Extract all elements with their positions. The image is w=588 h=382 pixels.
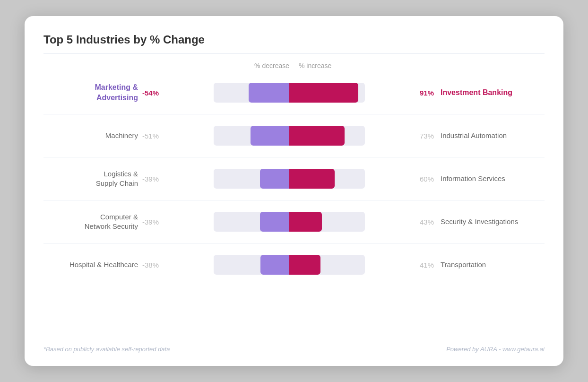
bars-section	[163, 212, 416, 232]
footer: *Based on publicly available self-report…	[43, 344, 545, 353]
table-row: Computer &Network Security -39% 43% Secu…	[43, 200, 545, 243]
decrease-bar-fill	[260, 169, 289, 189]
bars-section	[163, 255, 416, 275]
bars-section	[163, 126, 416, 146]
decrease-bar-bg	[214, 83, 289, 103]
increase-bar-fill	[289, 83, 358, 103]
right-pct-value: 60%	[416, 175, 441, 183]
increase-header: % increase	[294, 62, 545, 69]
right-industry-label: Security & Investigations	[441, 217, 545, 226]
decrease-bar-bg	[214, 212, 289, 232]
left-industry-label: Marketing &Advertising	[43, 82, 138, 103]
right-pct-value: 43%	[416, 218, 441, 226]
right-industry-label: Transportation	[441, 260, 545, 269]
decrease-bar-fill	[251, 126, 289, 146]
table-row: Logistics &Supply Chain -39% 60% Informa…	[43, 157, 545, 200]
left-industry-label: Hospital & Healthcare	[43, 260, 138, 269]
right-pct-value: 91%	[416, 89, 441, 97]
decrease-bar-bg	[214, 169, 289, 189]
bars-section	[163, 169, 416, 189]
increase-bar-bg	[289, 212, 365, 232]
data-rows-container: Marketing &Advertising -54% 91% Investme…	[43, 71, 545, 335]
left-industry-label: Logistics &Supply Chain	[43, 169, 138, 189]
bars-section	[163, 83, 416, 103]
right-industry-label: Information Services	[441, 174, 545, 183]
page-title: Top 5 Industries by % Change	[43, 33, 545, 46]
column-headers: % decrease % increase	[43, 62, 545, 69]
main-card: Top 5 Industries by % Change % decrease …	[25, 16, 563, 366]
left-pct-value: -39%	[138, 218, 163, 226]
left-industry-label: Computer &Network Security	[43, 212, 138, 232]
increase-bar-fill	[289, 169, 335, 189]
increase-bar-bg	[289, 169, 365, 189]
decrease-bar-fill	[249, 83, 289, 103]
increase-bar-bg	[289, 126, 365, 146]
table-row: Hospital & Healthcare -38% 41% Transport…	[43, 243, 545, 286]
increase-bar-bg	[289, 255, 365, 275]
footer-link[interactable]: www.getaura.ai	[502, 346, 545, 353]
left-pct-value: -51%	[138, 132, 163, 140]
left-pct-value: -54%	[138, 89, 163, 97]
table-row: Machinery -51% 73% Industrial Automation	[43, 114, 545, 157]
increase-bar-fill	[289, 126, 345, 146]
top-divider	[43, 53, 545, 53]
left-industry-label: Machinery	[43, 131, 138, 140]
decrease-bar-bg	[214, 255, 289, 275]
right-industry-label: Investment Banking	[441, 87, 545, 98]
table-row: Marketing &Advertising -54% 91% Investme…	[43, 71, 545, 114]
decrease-bar-fill	[260, 212, 289, 232]
decrease-bar-bg	[214, 126, 289, 146]
increase-bar-bg	[289, 83, 365, 103]
left-pct-value: -39%	[138, 175, 163, 183]
right-pct-value: 41%	[416, 261, 441, 269]
right-pct-value: 73%	[416, 132, 441, 140]
decrease-bar-fill	[260, 255, 289, 275]
increase-bar-fill	[289, 212, 322, 232]
right-industry-label: Industrial Automation	[441, 131, 545, 140]
footer-note: *Based on publicly available self-report…	[43, 346, 170, 353]
footer-brand: Powered by AURA - www.getaura.ai	[446, 346, 545, 353]
increase-bar-fill	[289, 255, 320, 275]
decrease-header: % decrease	[43, 62, 294, 69]
left-pct-value: -38%	[138, 261, 163, 269]
